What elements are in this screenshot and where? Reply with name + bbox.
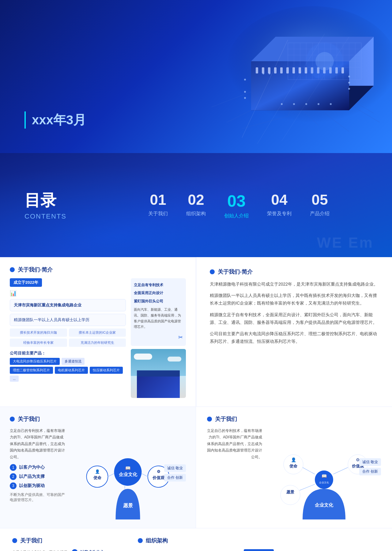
main-grid-row1: 关于我们-简介 成立于2022年 📊 天津市滨海新区重点支持集成电路企业 精源微… [0, 257, 392, 407]
svg-rect-32 [268, 67, 270, 73]
building [137, 370, 180, 398]
contents-section: WE Em 目录 CONTENTS 01 关于我们 02 组织架构 03 创始人… [0, 153, 392, 257]
svg-point-59 [348, 76, 350, 77]
features-desc: 面向汽车、新能源、工业、通讯、国防、服务等高端应用，为客户提供高品质的国产化电源… [134, 307, 183, 330]
hero-section: xxx年3月 [0, 0, 392, 153]
feature-1: 立足自有专利技术 [134, 282, 183, 288]
svg-line-90 [300, 484, 315, 490]
chip-visual [196, 0, 392, 153]
svg-rect-34 [280, 67, 283, 73]
contents-title-en: CONTENTS [24, 212, 110, 220]
product-4: 电机驱动系列芯片 [55, 367, 88, 374]
section-dot-about [10, 267, 15, 272]
chart-icon: 📊 [10, 290, 17, 297]
about-details-title: 关于我们-简介 [18, 266, 53, 273]
svg-point-58 [348, 88, 350, 90]
section-dot-intro [210, 269, 215, 274]
product-3: 理想二极管控制系列芯片 [10, 367, 53, 374]
contents-label-1: 关于我们 [148, 211, 168, 217]
contents-label-2: 组织架构 [186, 211, 206, 217]
svg-text:愿景: 愿景 [123, 503, 133, 508]
svg-text:📖: 📖 [125, 466, 131, 471]
svg-text:👤: 👤 [95, 469, 100, 474]
contents-item-3: 03 创始人介绍 [224, 191, 249, 219]
about-us-left: 关于我们 立足自己的专利技术，蕴有市场潜力的TI、ADI等国外厂商产品做成体系的… [0, 407, 196, 528]
values-tags: 诚信 敬业 合作 创新 [164, 464, 186, 482]
svg-line-73 [108, 474, 114, 477]
org-tree: 董事长 总经理 财务部 会计 出纳 [138, 549, 380, 551]
svg-point-57 [348, 82, 350, 84]
contents-item-5: 05 产品介绍 [310, 191, 330, 219]
col-2: 擅长本土运营的IC企业家 [69, 328, 126, 337]
svg-text:使命: 使命 [93, 475, 102, 480]
feature-3: 紧盯国外巨头公司 [134, 298, 183, 304]
item-label-2: 以产品为支撑 [19, 474, 45, 479]
about-details-panel: 关于我们-简介 成立于2022年 📊 天津市滨海新区重点支持集成电路企业 精源微… [0, 257, 196, 407]
about-intro-p4: 公司目前主要产品有大电流同步降压稳压系列芯片、理想二极管控制系列芯片、电机驱动系… [210, 330, 379, 345]
hero-date: xxx年3月 [24, 111, 86, 129]
org-left-title: 关于我们 [20, 537, 42, 544]
svg-rect-35 [286, 67, 289, 73]
contents-label-3: 创始人介绍 [224, 213, 249, 219]
contents-label-5: 产品介绍 [310, 211, 330, 217]
products-label: 公司目前主要产品： [10, 350, 126, 356]
org-left-about: 关于我们 立足自己的专利技术，蕴有市场潜力的TI、ADI等国外厂商产品做成体系的… [12, 537, 129, 551]
contents-num-1: 01 [148, 191, 168, 208]
feature-2: 全面采用正向设计 [134, 290, 183, 296]
item-1: 1 以客户为中心 [10, 464, 65, 471]
item-label-1: 以客户为中心 [19, 465, 45, 470]
svg-text:企业文化: 企业文化 [315, 502, 334, 508]
section-dot-aur [207, 417, 212, 422]
contents-num-3: 03 [224, 191, 249, 210]
svg-rect-31 [262, 67, 264, 73]
about-intro-p1: 天津精源微电子科技有限公司成立于2022年，是天津市滨海新区重点支持集成电路企业… [210, 280, 379, 288]
main-grid-row2: 关于我们 立足自己的专利技术，蕴有市场潜力的TI、ADI等国外厂商产品做成体系的… [0, 407, 392, 528]
svg-rect-36 [292, 67, 295, 73]
svg-rect-44 [341, 67, 344, 73]
org-dot [138, 538, 143, 543]
svg-text:企业文化: 企业文化 [119, 472, 138, 477]
svg-text:企业文化: 企业文化 [319, 481, 329, 484]
num-3: 3 [10, 482, 17, 489]
org-left-text: 立足自己的专利技术，蕴有市场潜力的TI、ADI等国外厂商产品做成体系的高品质产品… [12, 549, 67, 551]
svg-point-83 [281, 485, 300, 505]
culture-diagram-left: 愿景 👤 使命 ⚙ 价值观 📖 企业文化 [70, 428, 186, 519]
product-1: 大电流同步降压稳压系列芯片 [10, 358, 60, 365]
svg-text:使命: 使命 [289, 464, 298, 468]
contents-item-2: 02 组织架构 [186, 191, 206, 219]
svg-point-56 [244, 79, 246, 81]
svg-point-50 [293, 103, 295, 105]
svg-text:愿景: 愿景 [286, 490, 295, 494]
contents-items: 01 关于我们 02 组织架构 03 创始人介绍 04 荣誉及专利 05 产品介… [110, 191, 368, 219]
about-intro-p3: 精源微立足于自有专利技术，全面采用正向设计、紧盯国外巨头公司，面向汽车、新能源、… [210, 311, 379, 326]
building-top [137, 370, 180, 377]
watermark-1: WE Em [317, 234, 374, 251]
svg-rect-38 [305, 67, 307, 73]
about-intro-p2: 精源微团队一半以上人员具有硕士以上学历，其中既有插长技术开发的海归大咖，又有擅长… [210, 292, 379, 307]
svg-rect-37 [299, 67, 301, 73]
values-r-1: 诚信 敬业 [359, 458, 381, 466]
contents-item-1: 01 关于我们 [148, 191, 168, 219]
about-intro-panel: 关于我们-简介 天津精源微电子科技有限公司成立于2022年，是天津市滨海新区重点… [196, 257, 392, 407]
svg-text:📖: 📖 [322, 474, 327, 479]
svg-point-54 [244, 91, 246, 93]
col-4: 充满活力的年轻研究生 [69, 339, 126, 347]
svg-point-77 [315, 470, 333, 489]
au-num-1b: 1 [72, 549, 78, 551]
num-1: 1 [10, 464, 17, 471]
svg-text:价值观: 价值观 [152, 475, 165, 480]
svg-point-46 [315, 52, 334, 70]
contents-num-5: 05 [310, 191, 330, 208]
product-2: 多通道恒流 [62, 358, 85, 365]
item-label-3: 以创新为驱动 [19, 483, 45, 489]
svg-rect-30 [256, 67, 258, 73]
svg-line-88 [303, 467, 315, 474]
svg-point-47 [262, 73, 264, 74]
scissors-icon: ✂ [134, 333, 183, 342]
svg-line-89 [333, 467, 348, 474]
org-title: 组织架构 [146, 537, 168, 544]
contents-num-4: 04 [267, 191, 292, 208]
col-1: 擅长技术开发的海归大咖 [10, 328, 67, 337]
about-us-text: 立足自己的专利技术，蕴有市场潜力的TI、ADI等国外厂商产品做成体系的高品质产品… [10, 428, 65, 461]
section-dot-au [10, 417, 15, 422]
